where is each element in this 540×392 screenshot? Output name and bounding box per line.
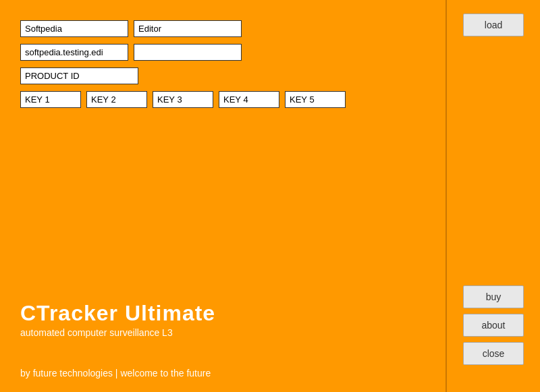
load-button[interactable]: load — [463, 13, 524, 36]
url-input[interactable] — [20, 44, 128, 61]
key1-input[interactable] — [20, 91, 81, 108]
editor-input[interactable] — [134, 20, 242, 37]
branding-title: CTracker Ultimate — [20, 301, 215, 326]
blank-input[interactable] — [134, 44, 242, 61]
close-button[interactable]: close — [463, 342, 524, 365]
row-url — [20, 44, 425, 61]
product-id-input[interactable] — [20, 67, 138, 84]
buy-button[interactable]: buy — [463, 285, 524, 308]
row-keys — [20, 91, 425, 108]
row-product-id — [20, 67, 425, 84]
key4-input[interactable] — [219, 91, 279, 108]
sidebar-bottom-buttons: buy about close — [463, 285, 524, 379]
branding-subtitle: automated computer surveillance L3 — [20, 327, 215, 338]
row-name-editor — [20, 20, 425, 37]
name-input[interactable] — [20, 20, 128, 37]
branding-block: CTracker Ultimate automated computer sur… — [20, 301, 215, 338]
about-button[interactable]: about — [463, 314, 524, 337]
key5-input[interactable] — [285, 91, 346, 108]
footer-text: by future technologies | welcome to the … — [20, 368, 211, 379]
key2-input[interactable] — [86, 91, 147, 108]
main-area: CTracker Ultimate automated computer sur… — [0, 0, 446, 392]
key3-input[interactable] — [153, 91, 213, 108]
sidebar: load buy about close — [446, 0, 540, 392]
